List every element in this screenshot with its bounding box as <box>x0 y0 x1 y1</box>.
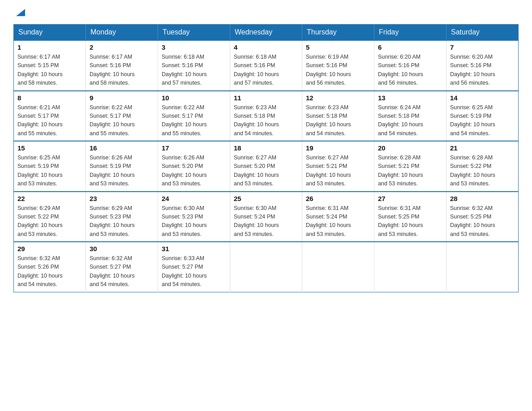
day-number: 4 <box>234 43 298 51</box>
calendar-cell: 11 Sunrise: 6:23 AM Sunset: 5:18 PM Dayl… <box>230 91 302 141</box>
day-info: Sunrise: 6:20 AM Sunset: 5:16 PM Dayligh… <box>378 53 442 88</box>
header-sunday: Sunday <box>14 25 86 41</box>
day-number: 1 <box>17 43 82 51</box>
calendar-cell: 21 Sunrise: 6:28 AM Sunset: 5:22 PM Dayl… <box>446 141 519 192</box>
day-number: 10 <box>162 94 226 102</box>
day-info: Sunrise: 6:30 AM Sunset: 5:24 PM Dayligh… <box>234 204 298 239</box>
day-number: 24 <box>162 195 226 202</box>
day-number: 23 <box>90 195 154 202</box>
calendar-cell: 3 Sunrise: 6:18 AM Sunset: 5:16 PM Dayli… <box>158 40 230 91</box>
calendar-cell: 13 Sunrise: 6:24 AM Sunset: 5:18 PM Dayl… <box>374 91 446 141</box>
day-info: Sunrise: 6:26 AM Sunset: 5:19 PM Dayligh… <box>90 154 154 188</box>
day-info: Sunrise: 6:28 AM Sunset: 5:22 PM Dayligh… <box>450 154 515 188</box>
day-info: Sunrise: 6:23 AM Sunset: 5:18 PM Dayligh… <box>306 103 370 138</box>
day-number: 20 <box>378 144 442 152</box>
calendar-cell: 23 Sunrise: 6:29 AM Sunset: 5:23 PM Dayl… <box>86 192 158 242</box>
day-number: 27 <box>378 195 442 202</box>
week-row-3: 15 Sunrise: 6:25 AM Sunset: 5:19 PM Dayl… <box>14 141 519 192</box>
day-number: 7 <box>450 43 515 51</box>
week-row-4: 22 Sunrise: 6:29 AM Sunset: 5:22 PM Dayl… <box>14 192 519 242</box>
day-number: 14 <box>450 94 515 102</box>
day-number: 13 <box>378 94 442 102</box>
week-row-2: 8 Sunrise: 6:21 AM Sunset: 5:17 PM Dayli… <box>14 91 519 141</box>
day-number: 29 <box>17 245 82 253</box>
day-info: Sunrise: 6:21 AM Sunset: 5:17 PM Dayligh… <box>17 103 82 138</box>
day-info: Sunrise: 6:22 AM Sunset: 5:17 PM Dayligh… <box>90 103 154 138</box>
calendar-cell: 27 Sunrise: 6:31 AM Sunset: 5:25 PM Dayl… <box>374 192 446 242</box>
header-saturday: Saturday <box>446 25 519 41</box>
day-number: 31 <box>162 245 226 253</box>
day-number: 17 <box>162 144 226 152</box>
logo-triangle-icon <box>16 9 25 16</box>
calendar-header: SundayMondayTuesdayWednesdayThursdayFrid… <box>14 25 519 41</box>
svg-marker-0 <box>16 9 25 16</box>
day-info: Sunrise: 6:31 AM Sunset: 5:24 PM Dayligh… <box>306 204 370 239</box>
calendar-cell: 18 Sunrise: 6:27 AM Sunset: 5:20 PM Dayl… <box>230 141 302 192</box>
calendar-cell: 15 Sunrise: 6:25 AM Sunset: 5:19 PM Dayl… <box>14 141 86 192</box>
day-info: Sunrise: 6:18 AM Sunset: 5:16 PM Dayligh… <box>162 53 226 88</box>
day-number: 18 <box>234 144 298 152</box>
calendar-cell: 26 Sunrise: 6:31 AM Sunset: 5:24 PM Dayl… <box>302 192 374 242</box>
day-info: Sunrise: 6:30 AM Sunset: 5:23 PM Dayligh… <box>162 204 226 239</box>
header-monday: Monday <box>86 25 158 41</box>
calendar-cell: 1 Sunrise: 6:17 AM Sunset: 5:15 PM Dayli… <box>14 40 86 91</box>
day-number: 8 <box>17 94 82 102</box>
calendar-cell: 20 Sunrise: 6:28 AM Sunset: 5:21 PM Dayl… <box>374 141 446 192</box>
calendar-cell: 2 Sunrise: 6:17 AM Sunset: 5:16 PM Dayli… <box>86 40 158 91</box>
calendar-cell: 29 Sunrise: 6:32 AM Sunset: 5:26 PM Dayl… <box>14 242 86 292</box>
calendar-cell: 6 Sunrise: 6:20 AM Sunset: 5:16 PM Dayli… <box>374 40 446 91</box>
page-header <box>13 9 519 15</box>
calendar-cell: 5 Sunrise: 6:19 AM Sunset: 5:16 PM Dayli… <box>302 40 374 91</box>
day-number: 15 <box>17 144 82 152</box>
calendar-table: SundayMondayTuesdayWednesdayThursdayFrid… <box>13 24 519 292</box>
day-info: Sunrise: 6:32 AM Sunset: 5:26 PM Dayligh… <box>17 254 82 289</box>
calendar-cell <box>302 242 374 292</box>
day-info: Sunrise: 6:25 AM Sunset: 5:19 PM Dayligh… <box>450 103 515 138</box>
day-number: 9 <box>90 94 154 102</box>
day-number: 11 <box>234 94 298 102</box>
day-info: Sunrise: 6:24 AM Sunset: 5:18 PM Dayligh… <box>378 103 442 138</box>
calendar-cell: 10 Sunrise: 6:22 AM Sunset: 5:17 PM Dayl… <box>158 91 230 141</box>
day-number: 2 <box>90 43 154 51</box>
calendar-cell: 17 Sunrise: 6:26 AM Sunset: 5:20 PM Dayl… <box>158 141 230 192</box>
day-number: 6 <box>378 43 442 51</box>
header-tuesday: Tuesday <box>158 25 230 41</box>
day-number: 22 <box>17 195 82 202</box>
day-info: Sunrise: 6:25 AM Sunset: 5:19 PM Dayligh… <box>17 154 82 188</box>
day-number: 3 <box>162 43 226 51</box>
calendar-cell: 14 Sunrise: 6:25 AM Sunset: 5:19 PM Dayl… <box>446 91 519 141</box>
calendar-cell: 12 Sunrise: 6:23 AM Sunset: 5:18 PM Dayl… <box>302 91 374 141</box>
day-info: Sunrise: 6:32 AM Sunset: 5:27 PM Dayligh… <box>90 254 154 289</box>
day-info: Sunrise: 6:27 AM Sunset: 5:21 PM Dayligh… <box>306 154 370 188</box>
calendar-cell: 8 Sunrise: 6:21 AM Sunset: 5:17 PM Dayli… <box>14 91 86 141</box>
calendar-cell: 22 Sunrise: 6:29 AM Sunset: 5:22 PM Dayl… <box>14 192 86 242</box>
header-thursday: Thursday <box>302 25 374 41</box>
calendar-cell: 25 Sunrise: 6:30 AM Sunset: 5:24 PM Dayl… <box>230 192 302 242</box>
day-info: Sunrise: 6:29 AM Sunset: 5:23 PM Dayligh… <box>90 204 154 239</box>
day-number: 28 <box>450 195 515 202</box>
calendar-cell: 24 Sunrise: 6:30 AM Sunset: 5:23 PM Dayl… <box>158 192 230 242</box>
calendar-cell: 4 Sunrise: 6:18 AM Sunset: 5:16 PM Dayli… <box>230 40 302 91</box>
calendar-cell <box>446 242 519 292</box>
calendar-body: 1 Sunrise: 6:17 AM Sunset: 5:15 PM Dayli… <box>14 40 519 292</box>
day-info: Sunrise: 6:27 AM Sunset: 5:20 PM Dayligh… <box>234 154 298 188</box>
day-info: Sunrise: 6:32 AM Sunset: 5:25 PM Dayligh… <box>450 204 515 239</box>
day-number: 19 <box>306 144 370 152</box>
day-info: Sunrise: 6:18 AM Sunset: 5:16 PM Dayligh… <box>234 53 298 88</box>
day-number: 21 <box>450 144 515 152</box>
day-info: Sunrise: 6:19 AM Sunset: 5:16 PM Dayligh… <box>306 53 370 88</box>
day-info: Sunrise: 6:22 AM Sunset: 5:17 PM Dayligh… <box>162 103 226 138</box>
day-number: 16 <box>90 144 154 152</box>
week-row-1: 1 Sunrise: 6:17 AM Sunset: 5:15 PM Dayli… <box>14 40 519 91</box>
calendar-cell: 28 Sunrise: 6:32 AM Sunset: 5:25 PM Dayl… <box>446 192 519 242</box>
header-wednesday: Wednesday <box>230 25 302 41</box>
calendar-cell <box>230 242 302 292</box>
day-info: Sunrise: 6:31 AM Sunset: 5:25 PM Dayligh… <box>378 204 442 239</box>
day-info: Sunrise: 6:17 AM Sunset: 5:16 PM Dayligh… <box>90 53 154 88</box>
week-row-5: 29 Sunrise: 6:32 AM Sunset: 5:26 PM Dayl… <box>14 242 519 292</box>
day-number: 30 <box>90 245 154 253</box>
day-info: Sunrise: 6:17 AM Sunset: 5:15 PM Dayligh… <box>17 53 82 88</box>
calendar-cell: 30 Sunrise: 6:32 AM Sunset: 5:27 PM Dayl… <box>86 242 158 292</box>
calendar-cell <box>374 242 446 292</box>
day-info: Sunrise: 6:29 AM Sunset: 5:22 PM Dayligh… <box>17 204 82 239</box>
